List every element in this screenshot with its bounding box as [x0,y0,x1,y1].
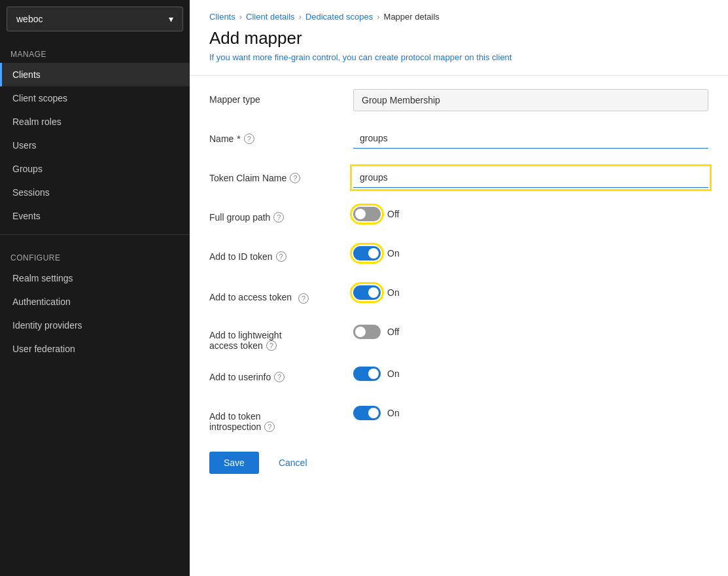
realm-dropdown[interactable]: weboc ▾ [7,7,183,31]
sidebar-item-realm-settings[interactable]: Realm settings [0,266,190,290]
add-to-lightweight-control: Off [353,325,708,339]
full-group-path-toggle[interactable] [353,207,381,221]
add-to-userinfo-toggle[interactable] [353,367,381,381]
full-group-path-help-icon[interactable]: ? [273,212,284,223]
add-to-token-introspection-toggle-label: On [387,408,400,418]
add-to-userinfo-toggle-knob [368,369,379,379]
form-body: Mapper type Group Membership Name * ? To… [190,76,728,487]
mapper-type-select[interactable]: Group Membership [353,89,708,111]
mapper-type-label: Mapper type [209,89,353,105]
sidebar-item-identity-providers[interactable]: Identity providers [0,314,190,337]
token-claim-name-label: Token Claim Name ? [209,168,353,183]
add-to-token-introspection-toggle[interactable] [353,406,381,420]
name-control [353,128,708,149]
add-to-access-token-toggle[interactable] [353,285,381,300]
add-to-token-introspection-row: Add to token introspection ? On [209,406,708,432]
page-title: Add mapper [190,28,728,52]
configure-section-label: Configure [0,242,190,266]
realm-name: weboc [16,14,43,24]
add-to-token-introspection-toggle-knob [368,408,379,418]
token-claim-name-input[interactable] [353,168,708,188]
sidebar-item-authentication[interactable]: Authentication [0,290,190,314]
breadcrumb: Clients › Client details › Dedicated sco… [190,0,728,28]
token-claim-name-control [353,168,708,188]
add-to-lightweight-toggle-knob [355,327,366,337]
breadcrumb-client-details[interactable]: Client details [246,12,294,22]
name-input[interactable] [353,128,708,149]
manage-section-label: Manage [0,38,190,63]
sidebar-item-users[interactable]: Users [0,134,190,157]
breadcrumb-dedicated-scopes[interactable]: Dedicated scopes [305,12,373,22]
sidebar-item-sessions[interactable]: Sessions [0,181,190,204]
sidebar-divider [0,234,190,235]
name-help-icon[interactable]: ? [244,134,254,144]
add-to-id-token-row: Add to ID token ? On [209,246,708,270]
cancel-button[interactable]: Cancel [264,452,322,474]
mapper-type-control: Group Membership [353,89,708,111]
add-to-id-token-toggle[interactable] [353,246,381,261]
add-to-token-introspection-help-icon[interactable]: ? [264,422,275,432]
add-to-token-introspection-label: Add to token introspection ? [209,406,353,432]
dropdown-arrow-icon: ▾ [169,14,173,24]
add-to-id-token-label: Add to ID token ? [209,246,353,262]
mapper-type-row: Mapper type Group Membership [209,89,708,113]
add-to-lightweight-toggle-label: Off [387,327,399,337]
sidebar-item-clients[interactable]: Clients [0,63,190,86]
sidebar-item-realm-roles[interactable]: Realm roles [0,110,190,134]
add-to-access-token-row: Add to access token ? On [209,285,708,309]
name-label: Name * ? [209,128,353,144]
add-to-lightweight-toggle[interactable] [353,325,381,339]
full-group-path-toggle-label: Off [387,209,399,219]
full-group-path-row: Full group path ? Off [209,207,708,230]
breadcrumb-sep-3: › [377,12,379,22]
add-to-userinfo-control: On [353,367,708,381]
sidebar: weboc ▾ Manage Clients Client scopes Rea… [0,0,190,576]
save-button[interactable]: Save [209,452,259,474]
add-to-id-token-toggle-label: On [387,248,400,259]
main-content: Clients › Client details › Dedicated sco… [190,0,728,576]
add-to-userinfo-help-icon[interactable]: ? [274,372,285,382]
add-to-id-token-control: On [353,246,708,261]
sidebar-item-user-federation[interactable]: User federation [0,337,190,361]
add-to-access-token-toggle-label: On [387,287,400,298]
full-group-path-control: Off [353,207,708,221]
add-to-userinfo-toggle-label: On [387,369,400,379]
add-to-access-token-help-icon[interactable]: ? [298,293,309,304]
full-group-path-label: Full group path ? [209,207,353,223]
full-group-path-toggle-knob [355,209,366,219]
breadcrumb-sep-2: › [299,12,302,22]
add-to-id-token-toggle-knob [368,248,379,259]
add-to-lightweight-label: Add to lightweight access token ? [209,325,353,351]
add-to-userinfo-label: Add to userinfo ? [209,367,353,382]
add-to-access-token-control: On [353,285,708,300]
breadcrumb-mapper-details: Mapper details [384,12,440,22]
name-required: * [237,134,240,144]
add-to-lightweight-row: Add to lightweight access token ? Off [209,325,708,351]
token-claim-help-icon[interactable]: ? [290,173,300,183]
add-to-access-token-label: Add to access token ? [209,285,353,304]
form-actions: Save Cancel [209,452,708,474]
page-subtitle: If you want more fine-grain control, you… [190,52,728,75]
add-to-access-token-toggle-knob [368,287,379,298]
breadcrumb-clients[interactable]: Clients [209,12,235,22]
sidebar-item-events[interactable]: Events [0,204,190,228]
add-to-id-token-help-icon[interactable]: ? [276,251,286,262]
add-to-userinfo-row: Add to userinfo ? On [209,367,708,390]
sidebar-item-groups[interactable]: Groups [0,157,190,181]
add-to-token-introspection-control: On [353,406,708,420]
breadcrumb-sep-1: › [239,12,242,22]
token-claim-name-row: Token Claim Name ? [209,168,708,191]
sidebar-item-client-scopes[interactable]: Client scopes [0,86,190,110]
name-row: Name * ? [209,128,708,152]
add-to-lightweight-help-icon[interactable]: ? [266,340,277,351]
